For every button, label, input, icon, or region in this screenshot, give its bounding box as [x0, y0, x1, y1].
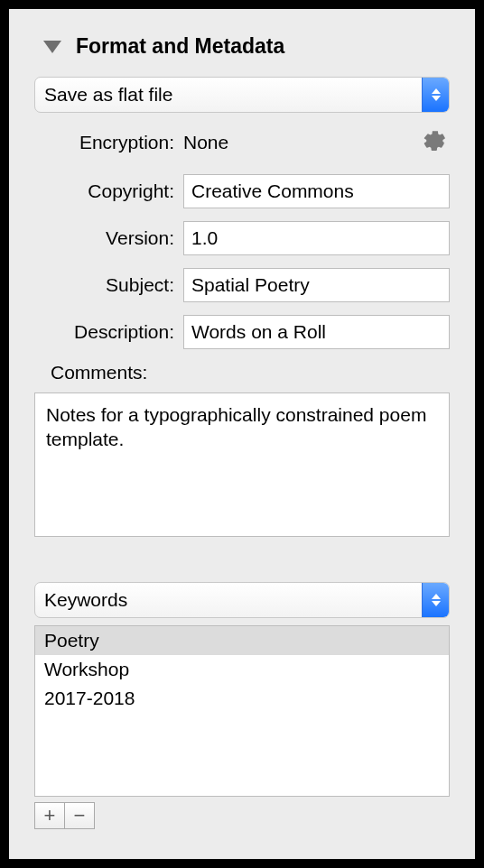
section-title: Format and Metadata	[76, 34, 284, 59]
version-label: Version:	[34, 227, 183, 249]
copyright-label: Copyright:	[34, 180, 183, 202]
list-item[interactable]: Workshop	[35, 655, 449, 684]
save-mode-select[interactable]: Save as flat file	[34, 77, 450, 113]
gear-icon	[421, 127, 448, 154]
disclosure-triangle-icon[interactable]	[43, 41, 61, 53]
chevron-up-down-icon	[422, 583, 449, 617]
add-keyword-button[interactable]: +	[34, 802, 65, 829]
chevron-up-down-icon	[422, 78, 449, 112]
version-field[interactable]	[183, 221, 450, 255]
subject-field[interactable]	[183, 268, 450, 302]
description-label: Description:	[34, 321, 183, 343]
description-field[interactable]	[183, 315, 450, 349]
keywords-select[interactable]: Keywords	[34, 582, 450, 618]
remove-keyword-button[interactable]: −	[64, 802, 95, 829]
encryption-settings-button[interactable]	[419, 125, 450, 156]
encryption-label: Encryption:	[34, 132, 183, 153]
list-item[interactable]: 2017-2018	[35, 684, 449, 713]
subject-label: Subject:	[34, 274, 183, 296]
save-mode-selected: Save as flat file	[35, 78, 422, 112]
keywords-list[interactable]: PoetryWorkshop2017-2018	[34, 625, 450, 797]
copyright-field[interactable]	[183, 174, 450, 208]
encryption-value: None	[183, 132, 228, 153]
comments-label: Comments:	[34, 362, 450, 383]
list-item[interactable]: Poetry	[35, 626, 449, 655]
comments-textarea[interactable]	[34, 392, 450, 537]
keywords-selected: Keywords	[35, 583, 422, 617]
